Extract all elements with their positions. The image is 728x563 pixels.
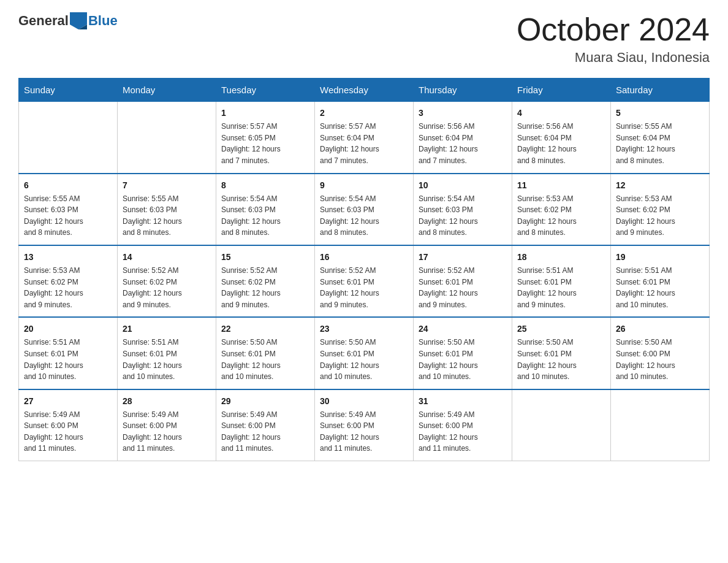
day-number: 16 xyxy=(320,251,408,264)
logo: General Blue xyxy=(18,12,118,29)
calendar-cell: 28Sunrise: 5:49 AM Sunset: 6:00 PM Dayli… xyxy=(118,389,216,461)
day-info: Sunrise: 5:50 AM Sunset: 6:00 PM Dayligh… xyxy=(616,337,704,382)
day-info: Sunrise: 5:49 AM Sunset: 6:00 PM Dayligh… xyxy=(419,409,507,454)
day-number: 22 xyxy=(221,323,309,335)
week-row-3: 13Sunrise: 5:53 AM Sunset: 6:02 PM Dayli… xyxy=(19,245,710,317)
day-info: Sunrise: 5:54 AM Sunset: 6:03 PM Dayligh… xyxy=(320,193,408,239)
logo-icon xyxy=(70,12,87,29)
day-info: Sunrise: 5:54 AM Sunset: 6:03 PM Dayligh… xyxy=(419,193,507,239)
day-number: 18 xyxy=(517,251,605,264)
week-row-1: 1Sunrise: 5:57 AM Sunset: 6:05 PM Daylig… xyxy=(19,102,710,174)
day-number: 23 xyxy=(320,323,408,335)
calendar-cell: 6Sunrise: 5:55 AM Sunset: 6:03 PM Daylig… xyxy=(19,174,118,245)
day-number: 4 xyxy=(517,107,605,120)
day-number: 7 xyxy=(123,179,211,192)
day-info: Sunrise: 5:53 AM Sunset: 6:02 PM Dayligh… xyxy=(24,265,112,310)
calendar-cell: 7Sunrise: 5:55 AM Sunset: 6:03 PM Daylig… xyxy=(118,174,216,245)
calendar-cell: 27Sunrise: 5:49 AM Sunset: 6:00 PM Dayli… xyxy=(19,389,118,461)
calendar-cell: 24Sunrise: 5:50 AM Sunset: 6:01 PM Dayli… xyxy=(414,317,512,389)
calendar-cell: 30Sunrise: 5:49 AM Sunset: 6:00 PM Dayli… xyxy=(315,389,414,461)
week-row-4: 20Sunrise: 5:51 AM Sunset: 6:01 PM Dayli… xyxy=(19,317,710,389)
header-wednesday: Wednesday xyxy=(315,79,414,102)
calendar-cell: 8Sunrise: 5:54 AM Sunset: 6:03 PM Daylig… xyxy=(216,174,315,245)
day-number: 30 xyxy=(320,395,408,408)
calendar-cell: 19Sunrise: 5:51 AM Sunset: 6:01 PM Dayli… xyxy=(611,245,710,317)
calendar-cell: 18Sunrise: 5:51 AM Sunset: 6:01 PM Dayli… xyxy=(512,245,611,317)
day-number: 17 xyxy=(419,251,507,264)
calendar-cell: 31Sunrise: 5:49 AM Sunset: 6:00 PM Dayli… xyxy=(414,389,512,461)
day-number: 19 xyxy=(616,251,704,264)
day-info: Sunrise: 5:56 AM Sunset: 6:04 PM Dayligh… xyxy=(419,121,507,166)
day-number: 20 xyxy=(24,323,112,335)
day-info: Sunrise: 5:50 AM Sunset: 6:01 PM Dayligh… xyxy=(320,337,408,382)
calendar-cell xyxy=(611,389,710,461)
day-number: 14 xyxy=(123,251,211,264)
calendar-cell: 4Sunrise: 5:56 AM Sunset: 6:04 PM Daylig… xyxy=(512,102,611,174)
day-info: Sunrise: 5:54 AM Sunset: 6:03 PM Dayligh… xyxy=(221,193,309,239)
calendar-title: October 2024 xyxy=(517,12,710,47)
day-number: 1 xyxy=(221,107,309,120)
day-info: Sunrise: 5:50 AM Sunset: 6:01 PM Dayligh… xyxy=(221,337,309,382)
week-row-5: 27Sunrise: 5:49 AM Sunset: 6:00 PM Dayli… xyxy=(19,389,710,461)
calendar-cell: 20Sunrise: 5:51 AM Sunset: 6:01 PM Dayli… xyxy=(19,317,118,389)
calendar-cell: 9Sunrise: 5:54 AM Sunset: 6:03 PM Daylig… xyxy=(315,174,414,245)
day-number: 27 xyxy=(24,395,112,408)
day-info: Sunrise: 5:51 AM Sunset: 6:01 PM Dayligh… xyxy=(24,337,112,382)
calendar-table: SundayMondayTuesdayWednesdayThursdayFrid… xyxy=(18,78,710,461)
day-info: Sunrise: 5:49 AM Sunset: 6:00 PM Dayligh… xyxy=(24,409,112,454)
calendar-cell: 29Sunrise: 5:49 AM Sunset: 6:00 PM Dayli… xyxy=(216,389,315,461)
day-info: Sunrise: 5:53 AM Sunset: 6:02 PM Dayligh… xyxy=(517,193,605,239)
calendar-cell: 3Sunrise: 5:56 AM Sunset: 6:04 PM Daylig… xyxy=(414,102,512,174)
day-info: Sunrise: 5:51 AM Sunset: 6:01 PM Dayligh… xyxy=(616,265,704,310)
day-number: 29 xyxy=(221,395,309,408)
day-number: 15 xyxy=(221,251,309,264)
day-info: Sunrise: 5:55 AM Sunset: 6:03 PM Dayligh… xyxy=(123,193,211,239)
day-info: Sunrise: 5:53 AM Sunset: 6:02 PM Dayligh… xyxy=(616,193,704,239)
day-number: 13 xyxy=(24,251,112,264)
calendar-cell: 16Sunrise: 5:52 AM Sunset: 6:01 PM Dayli… xyxy=(315,245,414,317)
day-number: 3 xyxy=(419,107,507,120)
day-info: Sunrise: 5:55 AM Sunset: 6:04 PM Dayligh… xyxy=(616,121,704,166)
day-info: Sunrise: 5:55 AM Sunset: 6:03 PM Dayligh… xyxy=(24,193,112,239)
day-info: Sunrise: 5:57 AM Sunset: 6:05 PM Dayligh… xyxy=(221,121,309,166)
day-info: Sunrise: 5:52 AM Sunset: 6:02 PM Dayligh… xyxy=(221,265,309,310)
day-info: Sunrise: 5:49 AM Sunset: 6:00 PM Dayligh… xyxy=(123,409,211,454)
day-info: Sunrise: 5:49 AM Sunset: 6:00 PM Dayligh… xyxy=(320,409,408,454)
calendar-cell xyxy=(19,102,118,174)
calendar-cell: 12Sunrise: 5:53 AM Sunset: 6:02 PM Dayli… xyxy=(611,174,710,245)
day-info: Sunrise: 5:50 AM Sunset: 6:01 PM Dayligh… xyxy=(517,337,605,382)
logo-text-general: General xyxy=(18,13,69,29)
day-info: Sunrise: 5:51 AM Sunset: 6:01 PM Dayligh… xyxy=(517,265,605,310)
calendar-cell: 26Sunrise: 5:50 AM Sunset: 6:00 PM Dayli… xyxy=(611,317,710,389)
header-thursday: Thursday xyxy=(414,79,512,102)
day-number: 25 xyxy=(517,323,605,335)
calendar-cell: 5Sunrise: 5:55 AM Sunset: 6:04 PM Daylig… xyxy=(611,102,710,174)
calendar-cell xyxy=(512,389,611,461)
header-friday: Friday xyxy=(512,79,611,102)
header-row: SundayMondayTuesdayWednesdayThursdayFrid… xyxy=(19,79,710,102)
calendar-cell: 15Sunrise: 5:52 AM Sunset: 6:02 PM Dayli… xyxy=(216,245,315,317)
header-tuesday: Tuesday xyxy=(216,79,315,102)
title-section: October 2024 Muara Siau, Indonesia xyxy=(517,12,710,66)
day-number: 21 xyxy=(123,323,211,335)
calendar-cell: 13Sunrise: 5:53 AM Sunset: 6:02 PM Dayli… xyxy=(19,245,118,317)
day-number: 28 xyxy=(123,395,211,408)
calendar-cell: 17Sunrise: 5:52 AM Sunset: 6:01 PM Dayli… xyxy=(414,245,512,317)
calendar-cell: 10Sunrise: 5:54 AM Sunset: 6:03 PM Dayli… xyxy=(414,174,512,245)
calendar-subtitle: Muara Siau, Indonesia xyxy=(517,50,710,66)
calendar-cell: 25Sunrise: 5:50 AM Sunset: 6:01 PM Dayli… xyxy=(512,317,611,389)
logo-text-blue: Blue xyxy=(88,13,118,29)
calendar-cell: 11Sunrise: 5:53 AM Sunset: 6:02 PM Dayli… xyxy=(512,174,611,245)
day-number: 5 xyxy=(616,107,704,120)
day-number: 9 xyxy=(320,179,408,192)
calendar-cell: 21Sunrise: 5:51 AM Sunset: 6:01 PM Dayli… xyxy=(118,317,216,389)
header-monday: Monday xyxy=(118,79,216,102)
day-info: Sunrise: 5:50 AM Sunset: 6:01 PM Dayligh… xyxy=(419,337,507,382)
day-info: Sunrise: 5:57 AM Sunset: 6:04 PM Dayligh… xyxy=(320,121,408,166)
header-sunday: Sunday xyxy=(19,79,118,102)
day-number: 12 xyxy=(616,179,704,192)
calendar-cell: 22Sunrise: 5:50 AM Sunset: 6:01 PM Dayli… xyxy=(216,317,315,389)
day-info: Sunrise: 5:52 AM Sunset: 6:02 PM Dayligh… xyxy=(123,265,211,310)
day-number: 31 xyxy=(419,395,507,408)
day-info: Sunrise: 5:52 AM Sunset: 6:01 PM Dayligh… xyxy=(419,265,507,310)
